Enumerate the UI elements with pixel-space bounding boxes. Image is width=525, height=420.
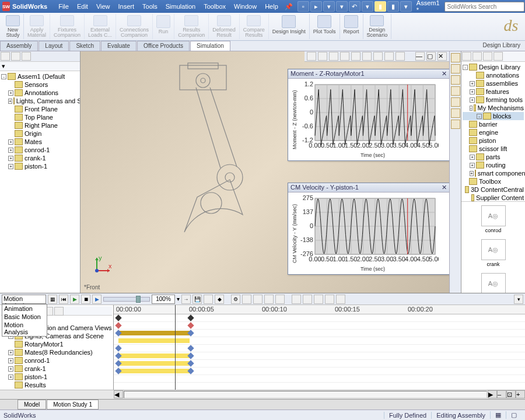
open-button[interactable]: ▸ bbox=[310, 1, 322, 12]
spring-button[interactable] bbox=[242, 295, 251, 304]
new-doc-button[interactable]: ▫ bbox=[298, 1, 309, 12]
options-button[interactable]: ▾ bbox=[400, 1, 412, 12]
tree-item[interactable]: annotations bbox=[463, 71, 524, 79]
tree-item[interactable]: +parts bbox=[463, 153, 524, 161]
section-view-icon[interactable] bbox=[340, 52, 349, 61]
tree-item[interactable]: Results bbox=[1, 381, 112, 389]
expand-icon[interactable]: + bbox=[8, 90, 13, 96]
prev-view-icon[interactable] bbox=[329, 52, 338, 61]
scroll-left-button[interactable]: ◀ bbox=[114, 390, 123, 398]
playback-speed-input[interactable] bbox=[152, 295, 175, 304]
taskpane-custom-icon[interactable] bbox=[451, 120, 460, 129]
menu-edit[interactable]: Edit bbox=[73, 3, 92, 10]
dl-home-icon[interactable] bbox=[462, 52, 471, 61]
scroll-right-button[interactable]: ▶ bbox=[488, 390, 497, 398]
mt-opt3-icon[interactable] bbox=[54, 307, 64, 316]
tree-item[interactable]: Right Plane bbox=[1, 121, 79, 130]
taskpane-home-icon[interactable] bbox=[451, 53, 460, 62]
menu-pin-icon[interactable]: 📌 bbox=[285, 3, 293, 10]
tree-item[interactable]: -Design Library bbox=[463, 63, 524, 71]
menu-toolbox[interactable]: Toolbox bbox=[200, 3, 230, 10]
tree-item[interactable]: Sensors bbox=[1, 80, 79, 89]
hide-show-icon[interactable] bbox=[373, 52, 383, 61]
tab-assembly[interactable]: Assembly bbox=[0, 41, 38, 51]
tree-item[interactable]: +assemblies bbox=[463, 79, 524, 88]
study-type-options[interactable]: AnimationBasic MotionMotion Analysis bbox=[2, 304, 47, 337]
ribbon-plot-tools[interactable]: Plot Tools bbox=[310, 14, 340, 39]
tab-layout[interactable]: Layout bbox=[38, 41, 69, 51]
play-button[interactable]: ▶ bbox=[70, 295, 79, 304]
tree-item[interactable]: +smart components bbox=[463, 169, 524, 177]
key-button[interactable]: ◆ bbox=[215, 295, 224, 304]
plot-title-bar[interactable]: CM Velocity - Y-piston-1 ✕ bbox=[288, 183, 449, 192]
taskpane-view-icon[interactable] bbox=[451, 97, 460, 107]
tree-item[interactable]: -blocks bbox=[463, 112, 524, 120]
tree-item[interactable]: +piston-1 bbox=[1, 162, 79, 170]
contact-button[interactable] bbox=[264, 295, 274, 304]
ribbon-design[interactable]: DesignScenario bbox=[363, 14, 392, 39]
play-start-button[interactable]: ⏮ bbox=[59, 295, 68, 304]
timeline[interactable]: 00:00:0000:00:0500:00:1000:00:1500:00:20 bbox=[114, 305, 525, 390]
taskpane-library-icon[interactable] bbox=[451, 64, 460, 74]
tree-item[interactable]: -My Mechanisms bbox=[463, 104, 524, 112]
redo-button[interactable]: ▾ bbox=[362, 1, 373, 12]
loop-button[interactable]: → bbox=[181, 295, 191, 304]
expand-icon[interactable]: + bbox=[8, 374, 13, 380]
preview-conrod[interactable]: A◎conrod bbox=[481, 205, 506, 233]
print-button[interactable]: ▾ bbox=[336, 1, 348, 12]
expand-icon[interactable]: - bbox=[477, 114, 482, 119]
search-input[interactable] bbox=[444, 2, 524, 12]
plot-close-icon[interactable]: ✕ bbox=[442, 184, 447, 191]
feature-tree[interactable]: -Assem1 (DefaultSensors+Annotations+Ligh… bbox=[0, 71, 80, 293]
scene-icon[interactable] bbox=[384, 52, 394, 61]
timeline-scrollbar[interactable]: ◀ ▶ – ⊡ + bbox=[0, 390, 525, 399]
timeline-scrubber[interactable] bbox=[175, 305, 176, 390]
keyframe-icon[interactable] bbox=[187, 314, 194, 321]
menu-tools[interactable]: Tools bbox=[138, 3, 162, 10]
sim-options-button[interactable] bbox=[336, 295, 345, 304]
tab-evaluate[interactable]: Evaluate bbox=[101, 41, 136, 51]
zoom-fit-button[interactable]: ⊡ bbox=[506, 390, 516, 398]
expand-icon[interactable]: + bbox=[8, 350, 13, 355]
tree-filter[interactable]: ▾ bbox=[0, 62, 80, 71]
keyframe-icon[interactable] bbox=[115, 314, 121, 321]
zoom-fit-icon[interactable] bbox=[307, 52, 316, 61]
select-button[interactable]: ▮ bbox=[374, 1, 386, 12]
tree-item[interactable]: Origin bbox=[1, 130, 79, 138]
stop-button[interactable]: ⏹ bbox=[81, 295, 90, 304]
menu-simulation[interactable]: Simulation bbox=[162, 3, 200, 10]
status-unit-icon[interactable]: ▦ bbox=[490, 411, 506, 419]
preview-crank[interactable]: A◎crank bbox=[481, 239, 506, 267]
study-option[interactable]: Motion Analysis bbox=[2, 321, 47, 336]
tree-item[interactable]: +conrod-1 bbox=[1, 356, 112, 365]
animation-wizard-button[interactable] bbox=[204, 295, 213, 304]
tree-item[interactable]: piston bbox=[463, 136, 524, 145]
menu-window[interactable]: Window bbox=[230, 3, 261, 10]
expand-icon[interactable]: + bbox=[8, 148, 13, 153]
expand-icon[interactable]: + bbox=[470, 171, 474, 176]
zoom-in-button[interactable]: + bbox=[516, 390, 525, 398]
keyframe-icon[interactable] bbox=[115, 322, 121, 328]
expand-icon[interactable]: + bbox=[470, 97, 475, 103]
keyframe-icon[interactable] bbox=[187, 322, 194, 328]
status-custom-icon[interactable]: ▢ bbox=[506, 411, 522, 419]
tree-item[interactable]: Front Plane bbox=[1, 105, 79, 113]
play-forward-button[interactable]: ▶ bbox=[92, 295, 102, 304]
design-library-tree[interactable]: -Design Libraryannotations+assemblies+fe… bbox=[461, 62, 525, 202]
tree-item[interactable]: scissor lift bbox=[463, 145, 524, 153]
plot-title-bar[interactable]: Moment - Z-RotaryMotor1 ✕ bbox=[288, 69, 449, 79]
zoom-area-icon[interactable] bbox=[318, 52, 327, 61]
tab-sketch[interactable]: Sketch bbox=[69, 41, 100, 51]
vp-maximize-icon[interactable]: ▢ bbox=[426, 52, 436, 61]
ribbon-report[interactable]: Report bbox=[340, 14, 363, 39]
calculate-button[interactable]: ▦ bbox=[48, 295, 57, 304]
keyframe-icon[interactable] bbox=[187, 345, 194, 351]
study-option[interactable]: Animation bbox=[2, 304, 47, 313]
tree-item[interactable]: +Lights, Cameras and Scene bbox=[1, 97, 79, 105]
expand-icon[interactable]: - bbox=[470, 106, 473, 111]
force-button[interactable] bbox=[253, 295, 262, 304]
expand-icon[interactable]: + bbox=[8, 139, 13, 145]
config-manager-tab-icon[interactable] bbox=[22, 52, 31, 61]
playback-slider[interactable] bbox=[103, 297, 150, 302]
undo-button[interactable]: ↶ bbox=[349, 1, 360, 12]
